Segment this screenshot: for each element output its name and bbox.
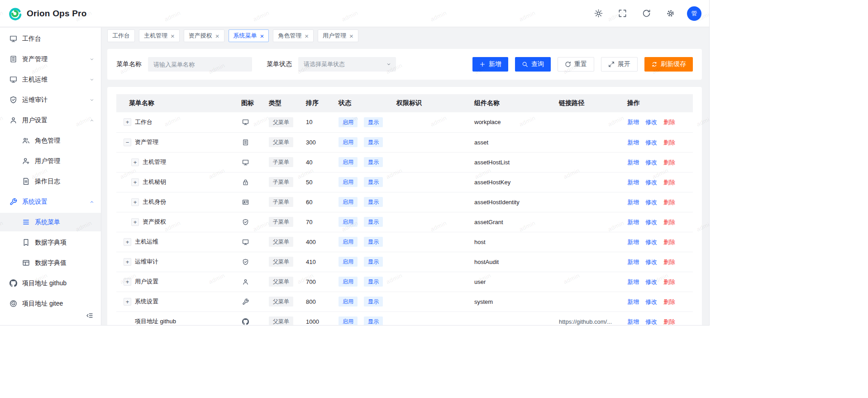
chevron-up-icon xyxy=(89,199,95,205)
wrench-icon xyxy=(10,198,17,206)
row-expand-toggle[interactable]: + xyxy=(124,258,131,266)
tab-role-management[interactable]: 角色管理× xyxy=(273,29,314,42)
app-title: Orion Ops Pro xyxy=(27,9,86,19)
row-edit-link[interactable]: 修改 xyxy=(645,179,657,186)
row-edit-link[interactable]: 修改 xyxy=(645,219,657,225)
sidebar-item-system-settings[interactable]: 系统设置 xyxy=(0,192,101,211)
sidebar-item-ops-audit[interactable]: 运维审计 xyxy=(0,91,101,109)
tab-host-management[interactable]: 主机管理× xyxy=(139,29,180,42)
visible-tag: 显示 xyxy=(364,316,383,326)
row-edit-link[interactable]: 修改 xyxy=(645,278,657,285)
avatar[interactable]: 管 xyxy=(687,6,701,21)
tab-close-icon[interactable]: × xyxy=(171,33,175,39)
sidebar-item-dict-key[interactable]: 数据字典项 xyxy=(0,233,101,252)
row-expand-toggle[interactable]: + xyxy=(124,238,131,246)
sidebar-collapse-button[interactable] xyxy=(86,312,94,320)
add-button[interactable]: 新增 xyxy=(472,57,508,72)
tab-user-management[interactable]: 用户管理× xyxy=(318,29,358,42)
user-add-icon xyxy=(22,157,30,165)
tab-asset-grant[interactable]: 资产授权× xyxy=(184,29,224,42)
search-button[interactable]: 查询 xyxy=(515,57,551,72)
row-expand-toggle[interactable]: + xyxy=(131,158,139,166)
refresh-cache-button[interactable]: 刷新缓存 xyxy=(644,57,693,72)
tab-close-icon[interactable]: × xyxy=(349,33,353,39)
row-delete-link[interactable]: 删除 xyxy=(663,259,675,265)
refresh-button[interactable] xyxy=(639,6,653,21)
row-add-link[interactable]: 新增 xyxy=(627,259,639,265)
row-expand-toggle[interactable]: + xyxy=(124,278,131,286)
sidebar-item-workbench[interactable]: 工作台 xyxy=(0,29,101,48)
chevron-down-icon xyxy=(89,57,95,62)
row-delete-link[interactable]: 删除 xyxy=(663,179,675,186)
file-icon xyxy=(22,177,30,185)
menu-status-select[interactable]: 请选择菜单状态 xyxy=(298,57,396,72)
row-add-link[interactable]: 新增 xyxy=(627,219,639,225)
tab-close-icon[interactable]: × xyxy=(305,33,309,39)
row-edit-link[interactable]: 修改 xyxy=(645,119,657,125)
row-delete-link[interactable]: 删除 xyxy=(663,199,675,206)
row-delete-link[interactable]: 删除 xyxy=(663,139,675,146)
tab-workbench[interactable]: 工作台 xyxy=(107,29,135,42)
row-expand-toggle[interactable]: + xyxy=(124,118,131,126)
row-delete-link[interactable]: 删除 xyxy=(663,298,675,305)
row-delete-link[interactable]: 删除 xyxy=(663,119,675,125)
status-tag: 启用 xyxy=(339,297,358,307)
row-delete-link[interactable]: 删除 xyxy=(663,239,675,245)
menu-name-cell: 资产管理 xyxy=(135,138,158,146)
row-edit-link[interactable]: 修改 xyxy=(645,199,657,206)
monitor-icon xyxy=(242,239,249,245)
fullscreen-icon xyxy=(618,9,627,18)
row-add-link[interactable]: 新增 xyxy=(627,119,639,125)
tab-close-icon[interactable]: × xyxy=(215,33,219,39)
row-add-link[interactable]: 新增 xyxy=(627,278,639,285)
row-add-link[interactable]: 新增 xyxy=(627,318,639,325)
sidebar-item-asset-management[interactable]: 资产管理 xyxy=(0,50,101,68)
sidebar-item-system-menu[interactable]: 系统菜单 xyxy=(0,213,101,231)
row-edit-link[interactable]: 修改 xyxy=(645,298,657,305)
row-add-link[interactable]: 新增 xyxy=(627,199,639,206)
sidebar-item-user-settings[interactable]: 用户设置 xyxy=(0,111,101,129)
sidebar-item-github-link[interactable]: 项目地址 github xyxy=(0,274,101,293)
sidebar-item-gitee-link[interactable]: 项目地址 gitee xyxy=(0,294,101,313)
menu-name-input[interactable] xyxy=(148,57,252,72)
row-delete-link[interactable]: 删除 xyxy=(663,159,675,166)
row-expand-toggle[interactable]: + xyxy=(124,298,131,306)
reset-button[interactable]: 重置 xyxy=(558,57,594,72)
sidebar-item-role-management[interactable]: 角色管理 xyxy=(0,131,101,150)
row-add-link[interactable]: 新增 xyxy=(627,159,639,166)
row-delete-link[interactable]: 删除 xyxy=(663,219,675,225)
visible-tag: 显示 xyxy=(364,257,383,267)
row-add-link[interactable]: 新增 xyxy=(627,179,639,186)
row-edit-link[interactable]: 修改 xyxy=(645,139,657,146)
row-add-link[interactable]: 新增 xyxy=(627,139,639,146)
row-edit-link[interactable]: 修改 xyxy=(645,318,657,325)
tab-close-icon[interactable]: × xyxy=(260,33,264,39)
row-collapse-toggle[interactable]: − xyxy=(124,139,131,146)
sidebar-item-operation-log[interactable]: 操作日志 xyxy=(0,172,101,191)
fullscreen-button[interactable] xyxy=(615,6,630,21)
menu-type-tag: 子菜单 xyxy=(269,217,293,227)
row-edit-link[interactable]: 修改 xyxy=(645,159,657,166)
row-add-link[interactable]: 新增 xyxy=(627,239,639,245)
row-expand-toggle[interactable]: + xyxy=(131,198,139,206)
row-edit-link[interactable]: 修改 xyxy=(645,239,657,245)
expand-button[interactable]: 展开 xyxy=(601,57,638,72)
row-expand-toggle[interactable]: + xyxy=(131,178,139,186)
table-row-github: 项目地址 github父菜单1000启用显示https://github.com… xyxy=(116,312,693,326)
sidebar-item-dict-value[interactable]: 数据字典值 xyxy=(0,254,101,272)
permission-cell xyxy=(396,112,474,132)
menu-type-tag: 父菜单 xyxy=(269,257,293,267)
settings-button[interactable] xyxy=(663,6,677,21)
sidebar-item-user-management[interactable]: 用户管理 xyxy=(0,152,101,170)
row-delete-link[interactable]: 删除 xyxy=(663,278,675,285)
row-edit-link[interactable]: 修改 xyxy=(645,259,657,265)
table-row-asset-host-identity: +主机身份子菜单60启用显示assetHostIdentity新增修改删除 xyxy=(116,192,693,212)
row-expand-toggle[interactable]: + xyxy=(131,218,139,226)
monitor-icon xyxy=(242,119,249,125)
row-delete-link[interactable]: 删除 xyxy=(663,318,675,325)
sidebar-item-host-ops[interactable]: 主机运维 xyxy=(0,70,101,89)
theme-toggle-button[interactable] xyxy=(591,6,606,21)
row-add-link[interactable]: 新增 xyxy=(627,298,639,305)
table-header-row: 菜单名称 图标 类型 排序 状态 权限标识 组件名称 链接路径 操作 xyxy=(116,94,693,112)
tab-system-menu[interactable]: 系统菜单× xyxy=(229,29,269,42)
